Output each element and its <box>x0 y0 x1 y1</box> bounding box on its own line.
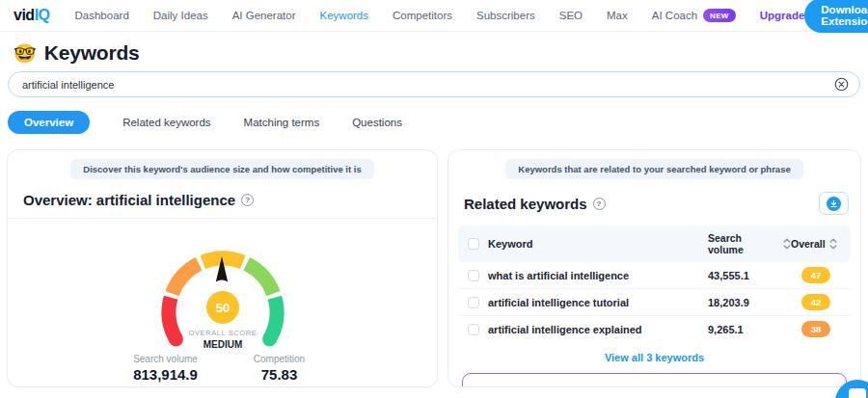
overview-card-banner: Discover this keyword's audience size an… <box>70 159 373 179</box>
page-title: 🤓 Keywords <box>0 32 868 68</box>
nav-item-keywords[interactable]: Keywords <box>320 10 369 21</box>
gauge-score-value: 50 <box>215 301 229 315</box>
keyword-cell: artificial intelligence tutorial <box>488 297 708 308</box>
gauge-tip-right <box>262 332 277 347</box>
table-header-row: Keyword Search volume Overall <box>458 226 851 262</box>
nav-item-seo[interactable]: SEO <box>559 10 583 21</box>
select-all-checkbox[interactable] <box>468 238 479 250</box>
search-input[interactable] <box>22 79 834 91</box>
volume-cell: 43,555.1 <box>708 270 791 281</box>
tab-matching-terms[interactable]: Matching terms <box>244 117 320 128</box>
download-extension-button[interactable]: Download Extension <box>804 0 868 33</box>
keyword-cell: artificial intelligence explained <box>488 324 708 335</box>
related-keywords-card: Keywords that are related to your search… <box>448 149 861 387</box>
search-volume-value: 813,914.9 <box>122 366 210 383</box>
overall-header-label: Overall <box>791 238 826 250</box>
competition-stat: Competition 75.83 High <box>235 354 324 387</box>
table-row[interactable]: what is artificial intelligence 43,555.1… <box>458 262 851 289</box>
overview-divider <box>8 218 437 219</box>
upgrade-to-pro-banner[interactable]: Improve your SEO with 264 more related k… <box>462 373 847 387</box>
nav-item-upgrade[interactable]: Upgrade <box>760 10 805 21</box>
row-checkbox[interactable] <box>468 324 479 335</box>
vidiq-logo[interactable]: vidIQ <box>14 7 50 24</box>
sort-icon <box>829 238 837 250</box>
table-row[interactable]: artificial intelligence explained 9,265.… <box>458 316 851 342</box>
overview-card: Discover this keyword's audience size an… <box>7 149 438 387</box>
volume-cell: 18,203.9 <box>708 297 791 308</box>
ai-coach-label: AI Coach <box>652 10 697 21</box>
nav-item-max[interactable]: Max <box>607 10 628 21</box>
keyword-search-bar[interactable] <box>8 71 860 97</box>
competition-badge: High <box>259 386 300 387</box>
result-tabs: Overview Related keywords Matching terms… <box>8 111 860 134</box>
nav-item-subscribers[interactable]: Subscribers <box>476 10 535 21</box>
related-help-icon[interactable]: ? <box>593 198 606 210</box>
page-title-text: Keywords <box>44 41 140 65</box>
keyword-stats: Search volume 813,914.9 High Competition… <box>8 354 437 387</box>
search-volume-header-label: Search volume <box>708 232 779 255</box>
download-icon <box>827 197 841 211</box>
row-checkbox[interactable] <box>468 270 479 281</box>
tab-related-keywords[interactable]: Related keywords <box>122 117 210 128</box>
tab-overview[interactable]: Overview <box>8 111 90 134</box>
nav-item-ai-coach[interactable]: AI CoachNEW <box>652 9 736 22</box>
related-card-banner: Keywords that are related to your search… <box>505 159 802 179</box>
logo-iq: IQ <box>35 7 50 23</box>
nav-items: Dashboard Daily Ideas AI Generator Keywo… <box>75 9 805 22</box>
competition-value: 75.83 <box>235 366 324 383</box>
tab-questions[interactable]: Questions <box>352 117 402 128</box>
view-all-keywords-link[interactable]: View all 3 keywords <box>448 352 860 363</box>
logo-vid: vid <box>14 7 35 23</box>
new-badge: NEW <box>703 9 736 22</box>
gauge-segment-orange <box>172 264 199 294</box>
column-header-keyword[interactable]: Keyword <box>488 238 708 250</box>
overview-help-icon[interactable]: ? <box>241 194 254 206</box>
competition-label: Competition <box>235 354 324 364</box>
overall-score-pill: 47 <box>801 267 830 283</box>
related-keywords-table: Keyword Search volume Overall what is ar… <box>458 226 851 342</box>
nav-item-competitors[interactable]: Competitors <box>393 10 452 21</box>
nav-item-dashboard[interactable]: Dashboard <box>75 10 129 21</box>
keyword-cell: what is artificial intelligence <box>488 270 708 281</box>
gauge-segment-lightgreen <box>246 264 273 294</box>
gauge-tip-left <box>169 332 183 347</box>
overview-card-title: Overview: artificial intelligence <box>23 192 235 208</box>
sort-icon <box>783 238 791 250</box>
volume-cell: 9,265.1 <box>708 324 791 335</box>
clear-search-icon[interactable] <box>834 77 849 92</box>
column-header-overall[interactable]: Overall <box>791 238 841 250</box>
related-card-title: Related keywords <box>464 196 587 212</box>
nav-item-ai-generator[interactable]: AI Generator <box>232 10 296 21</box>
search-volume-badge: High <box>146 386 186 387</box>
overall-score-pill: 42 <box>801 294 830 310</box>
search-volume-label: Search volume <box>122 354 210 364</box>
gauge-level: MEDIUM <box>203 339 242 350</box>
table-row[interactable]: artificial intelligence tutorial 18,203.… <box>458 289 851 316</box>
nav-item-daily-ideas[interactable]: Daily Ideas <box>153 10 208 21</box>
overall-score-pill: 38 <box>801 321 830 337</box>
chat-icon <box>849 388 866 398</box>
export-keywords-button[interactable] <box>819 192 849 215</box>
search-volume-stat: Search volume 813,914.9 High <box>122 354 210 387</box>
content-cards: Discover this keyword's audience size an… <box>7 149 861 387</box>
nerd-face-emoji-icon: 🤓 <box>14 44 37 63</box>
column-header-search-volume[interactable]: Search volume <box>708 232 791 255</box>
overall-score-gauge: 50 OVERALL SCORE MEDIUM <box>8 221 437 358</box>
row-checkbox[interactable] <box>468 297 479 308</box>
top-navbar: vidIQ Dashboard Daily Ideas AI Generator… <box>0 0 868 32</box>
gauge-score-label: OVERALL SCORE <box>188 329 257 337</box>
